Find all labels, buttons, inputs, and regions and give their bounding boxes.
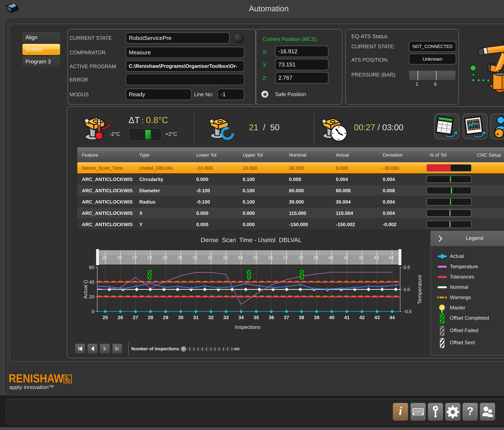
svg-text:32: 32 [207, 255, 213, 260]
svg-text:31: 31 [192, 255, 198, 260]
svg-text:30: 30 [178, 315, 183, 320]
svg-text:28: 28 [148, 315, 153, 320]
svg-text:31: 31 [193, 315, 198, 320]
svg-text:27: 27 [132, 255, 137, 260]
svg-text:37: 37 [283, 255, 288, 260]
svg-text:44: 44 [389, 315, 395, 320]
svg-text:0: 0 [92, 309, 94, 314]
svg-text:42: 42 [359, 255, 364, 260]
svg-text:29: 29 [162, 255, 167, 260]
svg-text:43: 43 [374, 255, 379, 260]
svg-text:35: 35 [253, 315, 259, 320]
svg-text:32: 32 [208, 315, 214, 320]
svg-text:40: 40 [328, 255, 333, 260]
svg-text:39: 39 [314, 315, 319, 320]
svg-text:38: 38 [299, 315, 304, 320]
svg-text:Actual (): Actual () [83, 280, 88, 299]
svg-text:36: 36 [269, 315, 274, 320]
svg-text:-0.5: -0.5 [404, 309, 412, 314]
svg-text:40: 40 [89, 279, 94, 285]
svg-text:37: 37 [284, 315, 289, 320]
svg-text:43: 43 [374, 315, 380, 320]
svg-text:0.5: 0.5 [404, 265, 410, 270]
svg-text:42: 42 [359, 315, 365, 320]
svg-text:41: 41 [344, 315, 350, 320]
svg-text:Temperature: Temperature [417, 275, 423, 304]
svg-text:34: 34 [238, 255, 243, 260]
svg-text:Inspections: Inspections [235, 324, 261, 330]
svg-text:36: 36 [268, 255, 273, 260]
svg-text:29: 29 [163, 315, 168, 320]
svg-text:20: 20 [89, 294, 94, 299]
svg-text:25: 25 [102, 315, 108, 320]
svg-text:26: 26 [117, 255, 122, 260]
svg-text:33: 33 [223, 315, 229, 320]
svg-text:60: 60 [89, 265, 94, 270]
svg-text:44: 44 [389, 255, 394, 260]
svg-text:27: 27 [133, 315, 138, 320]
svg-text:39: 39 [313, 255, 318, 260]
svg-text:28: 28 [147, 255, 152, 260]
svg-text:26: 26 [118, 315, 123, 320]
svg-text:40: 40 [329, 315, 334, 320]
svg-text:25: 25 [102, 255, 107, 260]
svg-text:34: 34 [238, 315, 244, 320]
svg-text:30: 30 [177, 255, 182, 260]
svg-text:38: 38 [298, 255, 303, 260]
svg-text:0.0: 0.0 [404, 287, 410, 292]
svg-text:35: 35 [253, 255, 258, 260]
svg-text:Dense Scan Time - Usetol DB: Dense Scan Time - Usetol DBLVAL [201, 236, 302, 243]
svg-text:41: 41 [343, 255, 349, 260]
svg-text:33: 33 [223, 255, 228, 260]
